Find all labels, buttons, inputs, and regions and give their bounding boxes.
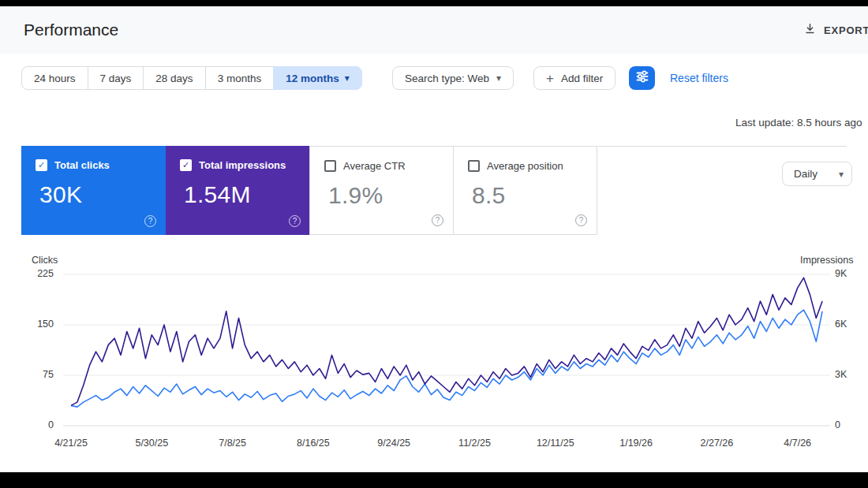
page-header: Performance EXPORT [0,6,868,54]
x-axis-tick: 8/16/25 [280,438,346,449]
filter-toggle-button[interactable] [629,66,655,90]
left-axis-tick: 150 [22,319,54,330]
right-axis-tick: 9K [835,268,847,279]
right-axis-title: Impressions [800,255,853,266]
filter-row: 24 hours7 days28 days3 months12 months▾ … [0,66,868,90]
granularity-label: Daily [794,168,817,180]
date-range-7-days[interactable]: 7 days [88,66,144,90]
search-type-label: Search type: Web [405,73,489,84]
checked-checkbox-icon[interactable]: ✓ [180,159,192,171]
x-axis-tick: 4/7/26 [765,438,831,449]
metric-card-average-position[interactable]: Average position8.5? [453,146,597,235]
x-axis-tick: 12/11/25 [522,438,589,449]
date-range-label: 3 months [218,73,262,84]
x-axis-tick: 5/30/25 [118,438,185,449]
add-filter-label: Add filter [561,73,603,84]
reset-filters-link[interactable]: Reset filters [670,66,728,90]
date-range-12-months[interactable]: 12 months▾ [273,66,362,90]
export-button[interactable]: EXPORT [803,6,868,54]
metric-value: 1.54M [184,181,299,208]
left-axis-tick: 0 [22,419,54,430]
date-range-label: 28 days [155,73,193,84]
right-axis-tick: 6K [835,319,847,330]
bottom-black-bar [0,472,868,488]
x-axis-tick: 2/27/26 [683,438,750,449]
last-update-text: Last update: 8.5 hours ago [735,117,862,129]
date-range-28-days[interactable]: 28 days [143,66,205,90]
date-range-24-hours[interactable]: 24 hours [21,66,88,90]
plus-icon: + [546,72,554,85]
left-axis-title: Clicks [32,255,58,266]
export-label: EXPORT [824,24,868,36]
metric-strip: ✓Total clicks30K?✓Total impressions1.54M… [21,146,847,235]
metric-value: 30K [39,181,155,208]
page-title: Performance [24,6,118,54]
right-axis-tick: 0 [835,419,840,430]
metric-label: Total clicks [54,159,110,171]
metric-label: Average position [487,160,563,172]
panel-top-border [598,146,847,147]
performance-chart[interactable] [0,251,868,456]
add-filter-chip[interactable]: + Add filter [533,66,615,90]
download-icon [803,22,817,39]
help-icon[interactable]: ? [432,214,443,226]
unchecked-checkbox-icon[interactable] [468,160,480,172]
help-icon[interactable]: ? [575,214,587,226]
x-axis-tick: 9/24/25 [361,438,427,449]
date-range-group: 24 hours7 days28 days3 months12 months▾ [21,66,362,90]
metric-cards: ✓Total clicks30K?✓Total impressions1.54M… [21,146,597,235]
left-axis-tick: 75 [22,369,54,380]
granularity-select[interactable]: Daily ▾ [782,162,852,186]
metric-card-average-ctr[interactable]: Average CTR1.9%? [309,146,454,235]
x-axis-tick: 11/2/25 [442,438,508,449]
metric-value: 1.9% [328,182,442,209]
help-icon[interactable]: ? [144,215,156,227]
date-range-label: 7 days [100,73,132,84]
metric-value: 8.5 [472,182,586,209]
date-range-label: 12 months [286,73,339,84]
metric-label: Average CTR [343,160,406,172]
left-axis-tick: 225 [22,268,54,279]
chevron-down-icon: ▾ [839,169,844,180]
chart-region: Clicks Impressions 225150750 9K6K3K0 4/2… [0,251,868,456]
metric-card-total-clicks[interactable]: ✓Total clicks30K? [21,146,166,235]
x-axis-tick: 7/8/25 [200,438,266,449]
checked-checkbox-icon[interactable]: ✓ [36,159,47,171]
date-range-3-months[interactable]: 3 months [205,66,275,90]
search-type-chip[interactable]: Search type: Web ▾ [392,66,514,90]
help-icon[interactable]: ? [289,215,301,227]
metric-card-total-impressions[interactable]: ✓Total impressions1.54M? [166,146,310,235]
tune-sliders-icon [635,69,649,87]
top-black-bar [0,0,868,6]
metric-label: Total impressions [199,159,286,171]
chevron-down-icon: ▾ [496,73,501,84]
right-axis-tick: 3K [835,369,847,380]
x-axis-tick: 1/19/26 [603,438,669,449]
chevron-down-icon: ▾ [345,73,350,84]
date-range-label: 24 hours [34,73,76,84]
unchecked-checkbox-icon[interactable] [324,160,336,172]
x-axis-tick: 4/21/25 [38,438,104,449]
